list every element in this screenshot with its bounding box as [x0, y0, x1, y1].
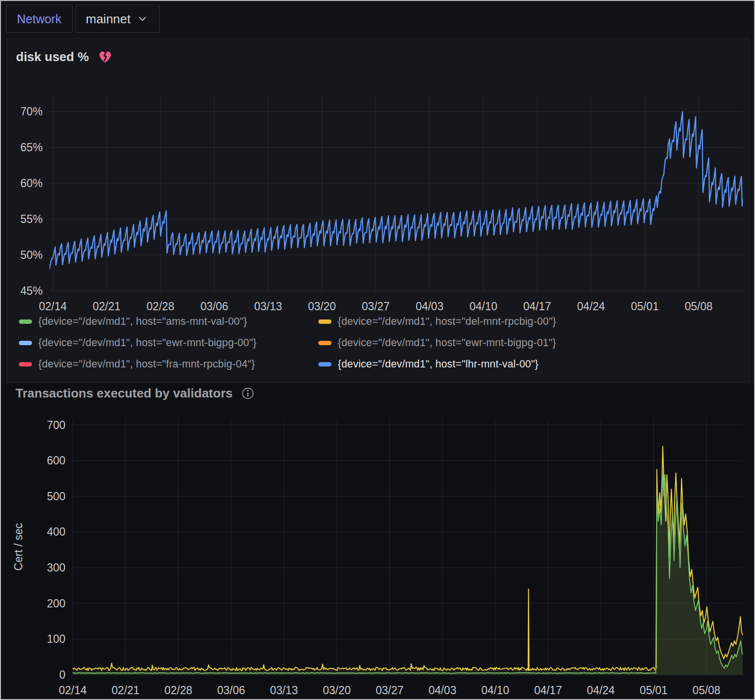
- series-color-swatch: [318, 341, 331, 345]
- network-variable-dropdown[interactable]: mainnet: [76, 5, 160, 33]
- disk-panel-title[interactable]: disk used %: [16, 49, 113, 64]
- disk-chart-canvas[interactable]: [49, 95, 743, 292]
- legend-item-lhr-mnt-val-00[interactable]: {device="/dev/md1", host="lhr-mnt-val-00…: [318, 358, 556, 370]
- transactions-panel-title[interactable]: Transactions executed by validators: [16, 386, 254, 401]
- legend-item-label: {device="/dev/md1", host="ewr-mnt-bigpg-…: [38, 337, 256, 349]
- disk-panel-legend: {device="/dev/md1", host="ams-mnt-val-00…: [19, 316, 556, 370]
- broken-heart-icon: [97, 49, 113, 64]
- network-variable-label-text: Network: [17, 12, 62, 26]
- disk-panel-title-text: disk used %: [16, 49, 89, 64]
- legend-item-label: {device="/dev/md1", host="ewr-mnt-bigpg-…: [338, 337, 556, 349]
- series-color-swatch: [19, 319, 32, 324]
- chevron-down-icon: [138, 16, 147, 22]
- info-circle-icon[interactable]: [241, 387, 254, 400]
- network-variable-label: Network: [6, 5, 73, 33]
- transactions-chart-canvas[interactable]: [73, 419, 743, 675]
- legend-item-label: {device="/dev/md1", host="fra-mnt-rpcbig…: [38, 358, 255, 370]
- legend-item-label: {device="/dev/md1", host="ams-mnt-val-00…: [38, 316, 247, 328]
- series-color-swatch: [19, 341, 32, 345]
- series-color-swatch: [318, 319, 331, 324]
- series-color-swatch: [318, 362, 331, 366]
- legend-item-fra-mnt-rpcbig-04[interactable]: {device="/dev/md1", host="fra-mnt-rpcbig…: [19, 358, 315, 370]
- legend-item-ams-mnt-val-00[interactable]: {device="/dev/md1", host="ams-mnt-val-00…: [19, 316, 315, 328]
- legend-item-del-mnt-rpcbig-00[interactable]: {device="/dev/md1", host="del-mnt-rpcbig…: [318, 316, 556, 328]
- series-color-swatch: [19, 362, 32, 366]
- dashboard-variables-bar: Network mainnet: [1, 1, 754, 37]
- grafana-dashboard: Network mainnet disk used % {device="/de…: [0, 0, 755, 700]
- transactions-panel-title-text: Transactions executed by validators: [16, 386, 233, 401]
- legend-item-label: {device="/dev/md1", host="lhr-mnt-val-00…: [338, 358, 538, 370]
- legend-item-ewr-mnt-bigpg-01[interactable]: {device="/dev/md1", host="ewr-mnt-bigpg-…: [318, 337, 556, 349]
- legend-item-ewr-mnt-bigpg-00[interactable]: {device="/dev/md1", host="ewr-mnt-bigpg-…: [19, 337, 315, 349]
- legend-item-label: {device="/dev/md1", host="del-mnt-rpcbig…: [338, 316, 556, 328]
- network-variable-value: mainnet: [86, 12, 131, 27]
